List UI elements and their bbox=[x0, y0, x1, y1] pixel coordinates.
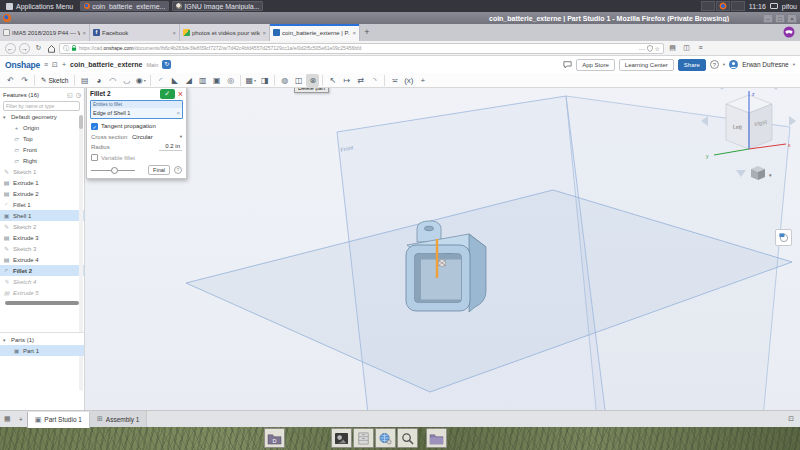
boolean-button[interactable]: ◍ bbox=[278, 74, 291, 87]
rotate-right-arrow[interactable] bbox=[752, 88, 777, 89]
part-item[interactable]: ▣Part 1 bbox=[0, 345, 84, 356]
revolve-button[interactable]: ◕ bbox=[92, 74, 105, 87]
workspace-name[interactable]: Main bbox=[146, 62, 158, 68]
search-launcher[interactable] bbox=[397, 428, 418, 448]
mirror-button[interactable]: ◨ bbox=[258, 74, 271, 87]
rotate-east-arrow[interactable] bbox=[789, 116, 796, 126]
user-avatar[interactable] bbox=[729, 60, 738, 69]
reload-button[interactable]: ↻ bbox=[33, 43, 44, 54]
tab-close-icon[interactable]: × bbox=[262, 30, 266, 36]
view-options-button[interactable] bbox=[775, 229, 792, 246]
geometry-item[interactable]: +Origin bbox=[0, 122, 84, 133]
rotate-left-arrow[interactable] bbox=[721, 88, 748, 89]
sweep-button[interactable]: ◠ bbox=[106, 74, 119, 87]
maximize-button[interactable]: □ bbox=[775, 14, 785, 23]
feature-item[interactable]: ◜Fillet 1 bbox=[0, 199, 84, 210]
web-browser-launcher[interactable] bbox=[375, 428, 396, 448]
3d-viewport[interactable]: Front bbox=[85, 88, 800, 410]
tab-close-icon[interactable]: × bbox=[172, 30, 176, 36]
help-menu-icon[interactable]: ? bbox=[710, 60, 719, 69]
network-icon[interactable] bbox=[770, 3, 778, 9]
feature-filter-input[interactable] bbox=[3, 101, 80, 111]
versions-icon[interactable]: ⊡ bbox=[52, 61, 58, 69]
close-button[interactable]: × bbox=[787, 14, 797, 23]
panel-popout-icon[interactable]: ◱ bbox=[67, 91, 73, 98]
file-cabinet-launcher[interactable] bbox=[353, 428, 374, 448]
pocket-shield-icon[interactable] bbox=[647, 45, 653, 52]
insert-derived-button[interactable]: + bbox=[416, 74, 429, 87]
tray-slot[interactable] bbox=[731, 1, 745, 11]
feature-item[interactable]: ✎Sketch 3 bbox=[0, 243, 84, 254]
feature-item[interactable]: ▤Extrude 3 bbox=[0, 232, 84, 243]
offset-surface-button[interactable]: ≍ bbox=[388, 74, 401, 87]
sidebars-icon[interactable]: ◫ bbox=[681, 43, 692, 54]
tab-close-icon[interactable]: × bbox=[352, 30, 356, 36]
variable-button[interactable]: (x) bbox=[402, 74, 415, 87]
element-tab[interactable]: ⊞Assembly 1 bbox=[90, 411, 147, 427]
variable-fillet-checkbox[interactable] bbox=[91, 154, 98, 161]
new-tab-button[interactable]: + bbox=[360, 24, 374, 41]
document-name[interactable]: coin_batterie_externe bbox=[70, 61, 142, 68]
main-menu-icon[interactable]: ≡ bbox=[44, 61, 48, 68]
url-bar[interactable]: ⓘ https://cad.onshape.com/documents/fb6c… bbox=[59, 43, 664, 54]
browser-tab[interactable]: IMA5 2018/2019 P44 — Wiki× bbox=[0, 24, 90, 41]
final-button[interactable]: Final bbox=[148, 165, 170, 175]
feature-item[interactable]: ✎Sketch 1 bbox=[0, 166, 84, 177]
tangent-propagation-checkbox[interactable]: ✓ bbox=[91, 123, 98, 130]
user-name[interactable]: Erwan Dufresne bbox=[742, 61, 789, 68]
bookmark-star-icon[interactable]: ☆ bbox=[655, 45, 660, 52]
shell-button[interactable]: ▣ bbox=[210, 74, 223, 87]
loft-button[interactable]: ◡ bbox=[120, 74, 133, 87]
browser-tab[interactable]: photos et vidéos pour wiki× bbox=[180, 24, 270, 41]
geometry-item[interactable]: ▱Front bbox=[0, 144, 84, 155]
hole-button[interactable]: ◎ bbox=[224, 74, 237, 87]
undo-icon[interactable]: ↶ bbox=[4, 74, 17, 87]
feature-item[interactable]: ✎Sketch 2 bbox=[0, 221, 84, 232]
accept-button[interactable]: ✓ bbox=[160, 89, 175, 99]
feature-item[interactable]: ▣Shell 1 bbox=[0, 210, 84, 221]
dialog-help-icon[interactable]: ? bbox=[174, 166, 182, 174]
folder-purple-launcher[interactable] bbox=[426, 428, 447, 448]
element-tab[interactable]: ▣Part Studio 1 bbox=[27, 412, 90, 428]
replace-face-button[interactable]: ⇄ bbox=[354, 74, 367, 87]
radius-input[interactable]: 0.2 in bbox=[159, 143, 182, 151]
feature-item[interactable]: ▤Extrude 5 bbox=[0, 287, 84, 298]
parts-group-header[interactable]: ▾ Parts (1) bbox=[0, 334, 84, 345]
feature-item[interactable]: ▤Extrude 2 bbox=[0, 188, 84, 199]
page-info-icon[interactable]: ⓘ bbox=[63, 44, 69, 53]
draft-button[interactable]: ◢ bbox=[182, 74, 195, 87]
cancel-button[interactable]: × bbox=[178, 89, 183, 99]
back-button[interactable]: ← bbox=[5, 43, 16, 54]
onshape-logo[interactable]: Onshape bbox=[5, 60, 40, 70]
default-geometry-group[interactable]: ▾Default geometry bbox=[0, 111, 84, 122]
taskbar-window-button[interactable]: coin_batterie_externe... bbox=[80, 1, 169, 11]
library-icon[interactable]: ▤ bbox=[667, 43, 678, 54]
folder-d-launcher[interactable]: D bbox=[264, 428, 285, 448]
move-face-button[interactable]: ↦ bbox=[340, 74, 353, 87]
geometry-item[interactable]: ▱Right bbox=[0, 155, 84, 166]
feature-item[interactable]: ✎Sketch 4 bbox=[0, 276, 84, 287]
add-element-icon[interactable]: + bbox=[15, 416, 27, 423]
extrude-button[interactable]: ▤ bbox=[78, 74, 91, 87]
redo-icon[interactable]: ↷ bbox=[18, 74, 31, 87]
scrollbar-thumb[interactable] bbox=[79, 115, 83, 129]
slider-knob[interactable] bbox=[111, 167, 118, 174]
remove-entity-icon[interactable]: × bbox=[176, 110, 180, 116]
preview-slider[interactable] bbox=[91, 166, 135, 175]
rib-button[interactable]: ▥ bbox=[196, 74, 209, 87]
feature-item[interactable]: ▤Extrude 1 bbox=[0, 177, 84, 188]
history-icon[interactable]: ◷ bbox=[76, 91, 81, 98]
browser-tab[interactable]: fFacebook× bbox=[90, 24, 180, 41]
firefox-tray-icon[interactable] bbox=[716, 1, 730, 11]
chamfer-button[interactable]: ◣ bbox=[168, 74, 181, 87]
tab-close-icon[interactable]: × bbox=[82, 30, 86, 36]
rollback-bar[interactable] bbox=[5, 301, 79, 305]
home-button[interactable] bbox=[47, 44, 56, 53]
browser-tab[interactable]: coin_batterie_externe | P...× bbox=[270, 24, 360, 41]
delete-part-button[interactable]: ⊗ bbox=[306, 74, 319, 87]
applications-menu-button[interactable]: Applications Menu bbox=[3, 3, 76, 10]
fillet-button[interactable]: ◜ bbox=[154, 74, 167, 87]
sync-status-icon[interactable]: ↻ bbox=[162, 60, 171, 69]
entities-selection-box[interactable]: Entities to fillet Edge of Shell 1 × bbox=[90, 100, 183, 119]
taskbar-window-button[interactable]: [GNU Image Manipula... bbox=[172, 1, 263, 11]
